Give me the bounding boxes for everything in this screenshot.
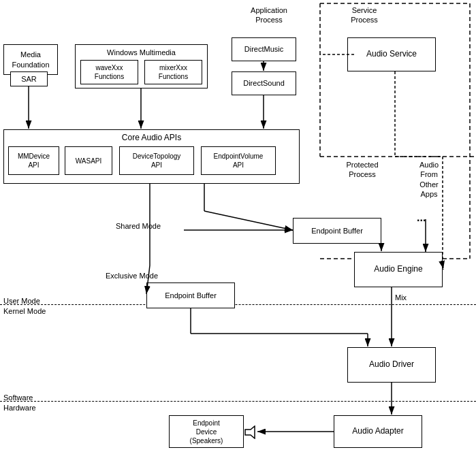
mix-label: Mix [395, 293, 407, 302]
exclusive-mode-label: Exclusive Mode [106, 271, 158, 280]
device-topology-api-box: DeviceTopologyAPI [119, 146, 194, 175]
wasapi-box: WASAPI [65, 146, 112, 175]
software-hardware-divider [0, 401, 476, 402]
diagram: ApplicationProcess ServiceProcess Audio … [0, 0, 476, 452]
protected-process-label: ProtectedProcess [321, 160, 403, 180]
ellipsis-label: ... [417, 211, 426, 225]
audio-adapter-box: Audio Adapter [334, 415, 422, 448]
user-kernel-divider [0, 304, 476, 305]
svg-marker-5 [245, 426, 255, 438]
software-label: Software [3, 393, 33, 402]
audio-engine-box: Audio Engine [354, 252, 443, 287]
directsound-box: DirectSound [232, 71, 296, 95]
shared-mode-label: Shared Mode [116, 221, 161, 231]
hardware-label: Hardware [3, 403, 36, 413]
service-process-label: ServiceProcess [327, 5, 402, 25]
audio-service-box: Audio Service [347, 37, 436, 71]
wavexxx-box: waveXxxFunctions [80, 60, 138, 84]
audio-from-other-apps-label: AudioFromOtherApps [402, 160, 456, 199]
media-foundation-box: MediaFoundation [3, 44, 58, 75]
audio-driver-box: Audio Driver [347, 347, 436, 383]
application-process-label: ApplicationProcess [232, 5, 306, 25]
endpoint-buffer-exclusive-box: Endpoint Buffer [146, 282, 235, 308]
svg-line-30 [443, 265, 443, 269]
mmdevice-api-box: MMDeviceAPI [8, 146, 59, 175]
endpoint-device-box: EndpointDevice(Speakers) [169, 415, 244, 448]
svg-line-13 [204, 211, 293, 230]
speaker-icon [244, 425, 257, 439]
endpoint-volume-api-box: EndpointVolumeAPI [201, 146, 276, 175]
user-mode-label: User Mode [3, 296, 40, 306]
directmusic-box: DirectMusic [232, 37, 296, 61]
mixerxxx-box: mixerXxxFunctions [144, 60, 202, 84]
kernel-mode-label: Kernel Mode [3, 306, 46, 316]
endpoint-buffer-shared-box: Endpoint Buffer [293, 218, 381, 244]
sar-box: SAR [10, 71, 48, 86]
